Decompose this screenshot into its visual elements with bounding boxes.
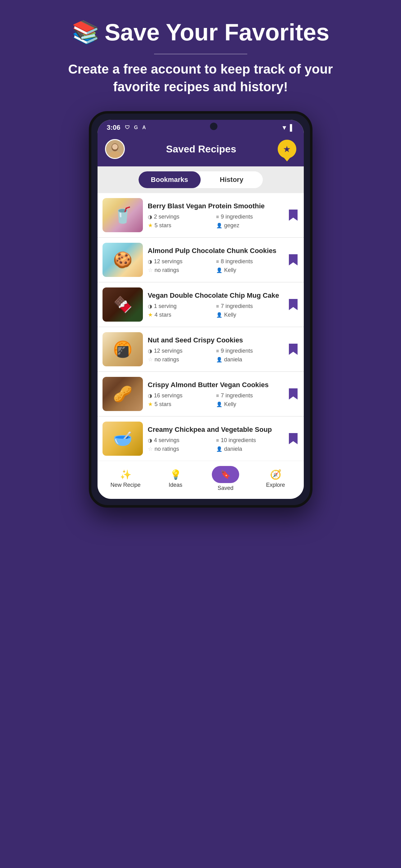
author-meta: 👤 Kelly: [216, 267, 283, 274]
wand-icon: ✨: [120, 469, 132, 480]
nav-label-explore: Explore: [266, 482, 285, 488]
servings-meta: ◑ 1 serving: [148, 303, 214, 310]
recipe-info: Vegan Double Chocolate Chip Mug Cake ◑ 1…: [148, 291, 283, 318]
recipe-card[interactable]: Crispy Almond Butter Vegan Cookies ◑ 16 …: [97, 372, 304, 416]
author-meta: 👤 gegez: [216, 222, 283, 229]
status-bar-left: 3:06 🛡 G A: [107, 124, 146, 132]
author-meta: 👤 daniela: [216, 356, 283, 363]
ingredients-value: 10 ingredients: [221, 437, 256, 444]
nav-item-ideas[interactable]: 💡 Ideas: [157, 469, 194, 488]
tab-bookmarks[interactable]: Bookmarks: [139, 172, 201, 188]
ingredients-icon: ≡: [216, 259, 219, 265]
servings-icon: ◑: [148, 393, 152, 399]
ingredients-value: 9 ingredients: [221, 214, 253, 220]
recipe-image: [103, 332, 143, 366]
recipe-meta: ◑ 2 servings ≡ 9 ingredients ★ 5 stars 👤…: [148, 214, 283, 229]
person-icon: 👤: [216, 446, 222, 452]
author-value: daniela: [224, 356, 242, 363]
star-icon: ★: [283, 144, 291, 154]
star-empty-icon: ☆: [148, 445, 153, 452]
nav-label-saved: Saved: [218, 485, 233, 491]
phone-screen: 3:06 🛡 G A ▼ ▌ Sa: [97, 120, 304, 499]
recipe-card[interactable]: Vegan Double Chocolate Chip Mug Cake ◑ 1…: [97, 282, 304, 327]
ingredients-meta: ≡ 9 ingredients: [216, 214, 283, 220]
bookmark-button[interactable]: [288, 299, 299, 310]
recipe-name: Nut and Seed Crispy Cookies: [148, 336, 283, 345]
recipe-card[interactable]: Almond Pulp Chocolate Chunk Cookies ◑ 12…: [97, 238, 304, 282]
recipe-meta: ◑ 4 servings ≡ 10 ingredients ☆ no ratin…: [148, 437, 283, 452]
tabs-container: Bookmarks History: [97, 166, 304, 193]
person-icon: 👤: [216, 223, 222, 228]
recipe-name: Almond Pulp Chocolate Chunk Cookies: [148, 247, 283, 255]
camera-dot: [210, 124, 218, 131]
recipe-name: Creamy Chickpea and Vegetable Soup: [148, 425, 283, 434]
ingredients-icon: ≡: [216, 348, 219, 354]
saved-icon-wrapper: 🔖: [212, 466, 239, 483]
bulb-icon: 💡: [170, 469, 181, 480]
recipe-image: [103, 287, 143, 321]
recipe-card[interactable]: Berry Blast Vegan Protein Smoothie ◑ 2 s…: [97, 193, 304, 237]
author-value: gegez: [224, 222, 239, 229]
nav-item-saved[interactable]: 🔖 Saved: [207, 466, 244, 491]
star-empty-icon: ☆: [148, 356, 153, 363]
servings-icon: ◑: [148, 437, 152, 443]
bookmark-nav-icon: 🔖: [221, 470, 230, 479]
servings-icon: ◑: [148, 214, 152, 220]
nav-label-new-recipe: New Recipe: [110, 482, 140, 488]
app-header: Saved Recipes ★: [97, 134, 304, 166]
bottom-nav: ✨ New Recipe 💡 Ideas 🔖 Saved 🧭: [97, 461, 304, 499]
recipe-info: Almond Pulp Chocolate Chunk Cookies ◑ 12…: [148, 247, 283, 274]
rating-value: 5 stars: [155, 401, 171, 408]
recipe-name: Berry Blast Vegan Protein Smoothie: [148, 202, 283, 211]
person-icon: 👤: [216, 357, 222, 363]
bookmark-button[interactable]: [288, 433, 299, 444]
servings-icon: ◑: [148, 348, 152, 354]
rating-value: no ratings: [155, 446, 179, 452]
ingredients-meta: ≡ 8 ingredients: [216, 258, 283, 265]
recipe-meta: ◑ 1 serving ≡ 7 ingredients ★ 4 stars 👤 …: [148, 303, 283, 318]
recipe-image: [103, 198, 143, 232]
recipe-meta: ◑ 16 servings ≡ 7 ingredients ★ 5 stars …: [148, 393, 283, 408]
ingredients-value: 7 ingredients: [221, 393, 253, 399]
recipe-card[interactable]: Nut and Seed Crispy Cookies ◑ 12 serving…: [97, 327, 304, 371]
recipe-name: Crispy Almond Butter Vegan Cookies: [148, 381, 283, 390]
rating-meta: ☆ no ratings: [148, 356, 214, 363]
recipe-image: [103, 377, 143, 411]
ingredients-value: 7 ingredients: [221, 303, 253, 310]
recipe-card[interactable]: Creamy Chickpea and Vegetable Soup ◑ 4 s…: [97, 416, 304, 461]
author-meta: 👤 Kelly: [216, 401, 283, 408]
bookmark-button[interactable]: [288, 389, 299, 400]
servings-value: 2 servings: [154, 214, 179, 220]
ingredients-icon: ≡: [216, 214, 219, 220]
promo-heading: Save Your Favorites: [105, 19, 330, 45]
promo-subtitle: Create a free account to keep track of y…: [61, 61, 340, 96]
servings-value: 12 servings: [154, 258, 183, 265]
bookmark-button[interactable]: [288, 344, 299, 355]
servings-value: 16 servings: [154, 393, 183, 399]
bookmark-button[interactable]: [288, 210, 299, 221]
nav-item-new-recipe[interactable]: ✨ New Recipe: [107, 469, 144, 488]
status-time: 3:06: [107, 124, 120, 132]
promo-section: 📚 Save Your Favorites Create a free acco…: [0, 12, 401, 105]
recipe-info: Berry Blast Vegan Protein Smoothie ◑ 2 s…: [148, 202, 283, 229]
new-recipe-icon-wrapper: ✨: [120, 469, 132, 480]
tabs-pill: Bookmarks History: [139, 172, 263, 188]
books-emoji: 📚: [72, 19, 100, 45]
servings-value: 1 serving: [154, 303, 177, 310]
recipe-list: Berry Blast Vegan Protein Smoothie ◑ 2 s…: [97, 193, 304, 461]
promo-divider: [154, 54, 247, 54]
google-icon: G: [134, 125, 138, 130]
ingredients-meta: ≡ 7 ingredients: [216, 393, 283, 399]
bookmark-button[interactable]: [288, 254, 299, 266]
servings-meta: ◑ 4 servings: [148, 437, 214, 444]
star-filled-icon: ★: [148, 401, 153, 408]
ingredients-value: 8 ingredients: [221, 258, 253, 265]
compass-icon: 🧭: [270, 469, 281, 480]
premium-badge[interactable]: ★: [278, 140, 296, 158]
user-avatar[interactable]: [105, 139, 125, 159]
rating-value: 5 stars: [155, 222, 171, 229]
tab-history[interactable]: History: [201, 172, 263, 188]
servings-icon: ◑: [148, 258, 152, 265]
nav-item-explore[interactable]: 🧭 Explore: [257, 469, 294, 488]
author-value: daniela: [224, 446, 242, 452]
